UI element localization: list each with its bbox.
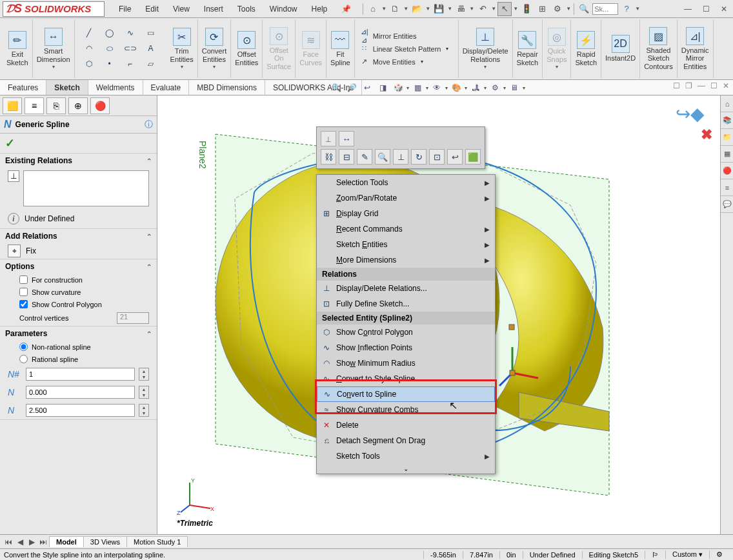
hide-show-icon[interactable]: 👁 bbox=[430, 81, 444, 95]
view-orient-icon[interactable]: 🎲 bbox=[391, 81, 405, 95]
slot-icon[interactable]: ⊂⊃ bbox=[121, 42, 139, 55]
shaded-contours-button[interactable]: ▨ShadedSketchContours bbox=[640, 19, 678, 78]
select-icon[interactable]: ↖ bbox=[497, 2, 512, 16]
ctx-isolate-icon[interactable]: 🟩 bbox=[465, 149, 481, 165]
tab-evaluate[interactable]: Evaluate bbox=[143, 80, 190, 95]
minimize-button[interactable]: — bbox=[679, 3, 697, 15]
menu-insert[interactable]: Insert bbox=[197, 2, 230, 16]
property-manager-tab[interactable]: ≡ bbox=[25, 97, 44, 114]
doc-min-icon[interactable]: — bbox=[698, 81, 705, 90]
open-icon[interactable]: 📂 bbox=[410, 2, 424, 16]
display-manager-icon[interactable]: 🖥 bbox=[507, 81, 521, 95]
btab-next-icon[interactable]: ▶ bbox=[26, 537, 37, 546]
fit-spline-button[interactable]: 〰FitSpline bbox=[326, 19, 355, 78]
btab-prev-icon[interactable]: ◀ bbox=[14, 537, 26, 546]
mirror-entities-button[interactable]: ⊿|⊿Mirror Entities bbox=[359, 30, 417, 43]
options-icon[interactable]: ⊞ bbox=[535, 2, 549, 16]
show-control-polygon-checkbox[interactable] bbox=[19, 300, 28, 308]
status-flag-icon[interactable]: 🏳 bbox=[645, 551, 665, 559]
ctx-exit-icon[interactable]: ↩ bbox=[447, 149, 463, 165]
btab-first-icon[interactable]: ⏮ bbox=[3, 537, 14, 546]
ctx-normal-icon[interactable]: ⊡ bbox=[429, 149, 445, 165]
line-icon[interactable]: ╱ bbox=[80, 26, 98, 39]
show-curvature-checkbox[interactable] bbox=[19, 288, 28, 296]
ctx-zoom-pan-rotate[interactable]: Zoom/Pan/Rotate▶ bbox=[317, 190, 495, 206]
ctx-construction-icon[interactable]: ⊟ bbox=[339, 149, 354, 165]
ctx-collapse-icon[interactable]: ⌄ bbox=[317, 464, 495, 474]
print-icon[interactable]: 🖶 bbox=[454, 2, 468, 16]
ctx-convert-icon[interactable]: ↻ bbox=[411, 149, 427, 165]
pm-help-icon[interactable]: ⓘ bbox=[145, 119, 153, 130]
add-relations-header[interactable]: Add Relations⌃ bbox=[0, 229, 157, 243]
param2-input[interactable]: 0.000 bbox=[26, 386, 135, 399]
ctx-sketch-entities[interactable]: Sketch Entities▶ bbox=[317, 237, 495, 252]
ctx-dim-icon[interactable]: ↔ bbox=[339, 131, 354, 146]
param2-spinner[interactable]: ▲▼ bbox=[139, 386, 149, 399]
plane-icon[interactable]: ▱ bbox=[142, 57, 160, 70]
point-icon[interactable]: • bbox=[101, 57, 119, 70]
ctx-detach-segment[interactable]: ⎌Detach Segment On Drag bbox=[317, 433, 495, 448]
display-delete-relations-button[interactable]: ⊥Display/DeleteRelations▾ bbox=[459, 19, 513, 78]
config-manager-tab[interactable]: ⎘ bbox=[46, 97, 66, 114]
tab-features[interactable]: Features bbox=[0, 80, 46, 95]
settings-icon[interactable]: ⚙ bbox=[550, 2, 565, 16]
undo-icon[interactable]: ↶ bbox=[476, 2, 490, 16]
doc-prev-icon[interactable]: ☐ bbox=[673, 81, 680, 90]
ctx-zoom-icon[interactable]: 🔍 bbox=[375, 149, 390, 165]
fillet-icon[interactable]: ⌐ bbox=[121, 57, 139, 70]
spline-icon[interactable]: ∿ bbox=[121, 26, 139, 39]
view-settings-icon[interactable]: ⚙ bbox=[488, 81, 502, 95]
menu-file[interactable]: File bbox=[112, 2, 137, 16]
display-style-icon[interactable]: ▦ bbox=[410, 81, 425, 95]
help-icon[interactable]: ? bbox=[619, 2, 634, 16]
ellipse-icon[interactable]: ⬭ bbox=[101, 42, 119, 55]
zoom-area-icon[interactable]: 🔎 bbox=[345, 81, 359, 95]
taskpane-view-icon[interactable]: ▦ bbox=[721, 146, 733, 163]
linear-pattern-button[interactable]: ∷Linear Sketch Pattern▾ bbox=[359, 43, 449, 55]
edit-appearance-icon[interactable]: 🎨 bbox=[449, 81, 463, 95]
exit-sketch-button[interactable]: ✏ExitSketch bbox=[3, 19, 33, 78]
for-construction-checkbox[interactable] bbox=[19, 275, 28, 284]
ctx-smart-dim-icon[interactable]: ⟂ bbox=[321, 131, 336, 146]
display-manager-tab[interactable]: 🔴 bbox=[90, 97, 110, 114]
home-icon[interactable]: ⌂ bbox=[366, 2, 380, 16]
text-icon[interactable]: A bbox=[142, 42, 160, 55]
status-units[interactable]: Custom ▾ bbox=[665, 550, 709, 559]
param3-spinner[interactable]: ▲▼ bbox=[139, 404, 149, 417]
search-input[interactable] bbox=[592, 3, 618, 15]
taskpane-library-icon[interactable]: 📚 bbox=[721, 112, 733, 129]
ctx-fully-define[interactable]: ⊡Fully Define Sketch... bbox=[317, 296, 495, 312]
menu-edit[interactable]: Edit bbox=[139, 2, 165, 16]
dimxpert-tab[interactable]: ⊕ bbox=[68, 97, 88, 114]
ctx-selection-tools[interactable]: Selection Tools▶ bbox=[317, 175, 495, 190]
btab-model[interactable]: Model bbox=[49, 536, 84, 547]
param1-spinner[interactable]: ▲▼ bbox=[139, 368, 149, 381]
menu-window[interactable]: Window bbox=[263, 2, 304, 16]
doc-restore-icon[interactable]: ❐ bbox=[685, 81, 692, 90]
parameters-header[interactable]: Parameters⌃ bbox=[0, 326, 157, 341]
btab-last-icon[interactable]: ⏭ bbox=[37, 537, 49, 546]
ctx-more-dimensions[interactable]: More Dimensions▶ bbox=[317, 252, 495, 268]
move-entities-button[interactable]: ↗Move Entities▾ bbox=[359, 55, 423, 68]
dynamic-mirror-button[interactable]: ⊿|DynamicMirrorEntities bbox=[678, 19, 714, 78]
status-gear-icon[interactable]: ⚙ bbox=[709, 550, 729, 559]
options-header[interactable]: Options⌃ bbox=[0, 259, 157, 274]
trim-button[interactable]: ✂TrimEntities▾ bbox=[166, 19, 198, 78]
rational-radio[interactable] bbox=[19, 355, 28, 363]
ctx-display-delete-relations[interactable]: ⊥Display/Delete Relations... bbox=[317, 281, 495, 296]
close-button[interactable]: ✕ bbox=[715, 3, 733, 15]
tab-sketch[interactable]: Sketch bbox=[46, 80, 88, 95]
menu-pin-icon[interactable]: 📌 bbox=[335, 2, 357, 16]
menu-view[interactable]: View bbox=[166, 2, 196, 16]
tab-mbd[interactable]: MBD Dimensions bbox=[189, 80, 265, 95]
ctx-relations-icon[interactable]: ⊥ bbox=[393, 149, 408, 165]
ctx-show-control-polygon[interactable]: ⬡Show Control Polygon bbox=[317, 325, 495, 340]
new-icon[interactable]: 🗋 bbox=[388, 2, 402, 16]
ctx-select-chain-icon[interactable]: ⛓ bbox=[321, 149, 336, 165]
circle-icon[interactable]: ◯ bbox=[101, 26, 119, 39]
ctx-show-min-radius[interactable]: ◠Show Minimum Radius bbox=[317, 355, 495, 371]
offset-entities-button[interactable]: ⊙OffsetEntities bbox=[231, 19, 263, 78]
menu-tools[interactable]: Tools bbox=[231, 2, 262, 16]
ctx-sketch-icon[interactable]: ✎ bbox=[357, 149, 372, 165]
polygon-icon[interactable]: ⬡ bbox=[80, 57, 98, 70]
